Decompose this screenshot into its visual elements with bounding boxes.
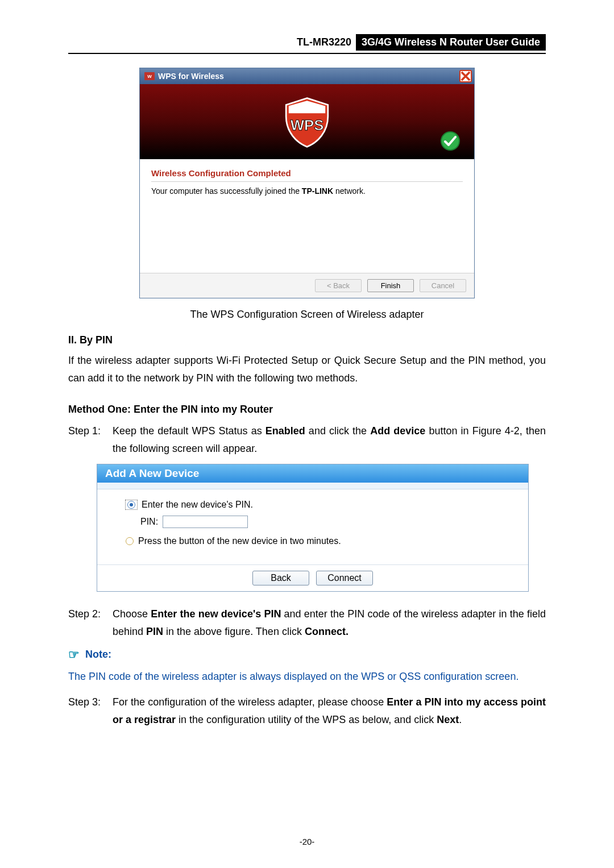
wps-banner: WPS <box>140 84 474 159</box>
t: and click the <box>305 425 370 437</box>
pin-input[interactable] <box>163 516 248 528</box>
t: For the configuration of the wireless ad… <box>113 696 387 708</box>
t: Connect. <box>305 626 349 637</box>
add-device-header: Add A New Device <box>97 464 528 483</box>
t: Enter the new device's PIN <box>151 608 281 620</box>
t: . <box>459 714 462 725</box>
check-icon <box>440 131 460 151</box>
t: Keep the default WPS Status as <box>113 425 265 437</box>
wps-status-text: Your computer has successfully joined th… <box>151 186 463 196</box>
t: in the above figure. Then click <box>163 626 305 637</box>
radio-selected-icon <box>127 501 135 509</box>
t: Enabled <box>265 425 305 437</box>
note-heading: ☞ Note: <box>68 647 546 662</box>
add-device-subbar <box>97 483 528 489</box>
wps-titlebar: W WPS for Wireless <box>140 68 474 84</box>
step-3: Step 3: For the configuration of the wir… <box>68 693 546 728</box>
wps-status-suffix: network. <box>333 186 366 196</box>
step1-label: Step 1: <box>68 422 113 457</box>
option-press-button[interactable]: Press the button of the new device in tw… <box>126 536 512 546</box>
t: Add device <box>370 425 425 437</box>
section-II-heading: II. By PIN <box>68 334 546 346</box>
wps-title-text: WPS for Wireless <box>158 72 224 81</box>
finish-button[interactable]: Finish <box>367 279 414 292</box>
option-enter-pin[interactable]: Enter the new device's PIN. <box>126 500 512 510</box>
step3-label: Step 3: <box>68 693 113 728</box>
intro-paragraph: If the wireless adapter supports Wi-Fi P… <box>68 352 546 387</box>
note-body: The PIN code of the wireless adapter is … <box>68 668 546 686</box>
opt1-label: Enter the new device's PIN. <box>142 500 253 510</box>
figure-caption: The WPS Configuration Screen of Wireless… <box>68 309 546 321</box>
guide-title: 3G/4G Wireless N Router User Guide <box>356 34 546 51</box>
page-number: -20- <box>0 837 614 846</box>
t: PIN <box>146 626 163 637</box>
note-label: Note: <box>85 649 111 661</box>
wps-body: Wireless Configuration Completed Your co… <box>140 159 474 273</box>
wps-logo-icon: W <box>144 72 155 80</box>
opt2-label: Press the button of the new device in tw… <box>138 536 341 546</box>
cancel-button[interactable]: Cancel <box>420 279 466 292</box>
step-1: Step 1: Keep the default WPS Status as E… <box>68 422 546 457</box>
wps-dialog: W WPS for Wireless WPS Wireless Configur… <box>139 68 475 298</box>
back-button[interactable]: Back <box>252 571 309 585</box>
step-2: Step 2: Choose Enter the new device's PI… <box>68 605 546 640</box>
connect-button[interactable]: Connect <box>316 571 373 585</box>
wps-footer: < Back Finish Cancel <box>140 273 474 298</box>
pointing-hand-icon: ☞ <box>68 647 80 662</box>
method-one-heading: Method One: Enter the PIN into my Router <box>68 404 546 416</box>
t: Choose <box>113 608 151 620</box>
wps-status-title: Wireless Configuration Completed <box>151 168 463 182</box>
add-device-panel: Add A New Device Enter the new device's … <box>97 464 529 592</box>
svg-text:WPS: WPS <box>291 117 324 133</box>
page-header: TL-MR3220 3G/4G Wireless N Router User G… <box>68 34 546 54</box>
pin-label: PIN: <box>140 517 158 527</box>
wps-network-name: TP-LINK <box>302 186 333 196</box>
back-button[interactable]: < Back <box>315 279 362 292</box>
step2-label: Step 2: <box>68 605 113 640</box>
radio-unselected-icon <box>126 537 134 545</box>
wps-shield-icon: WPS <box>281 95 333 148</box>
close-icon[interactable] <box>459 70 472 82</box>
wps-status-prefix: Your computer has successfully joined th… <box>151 186 302 196</box>
model-number: TL-MR3220 <box>292 35 356 49</box>
t: Next <box>437 714 459 725</box>
t: in the configuration utility of the WPS … <box>176 714 437 725</box>
svg-point-1 <box>441 132 459 150</box>
